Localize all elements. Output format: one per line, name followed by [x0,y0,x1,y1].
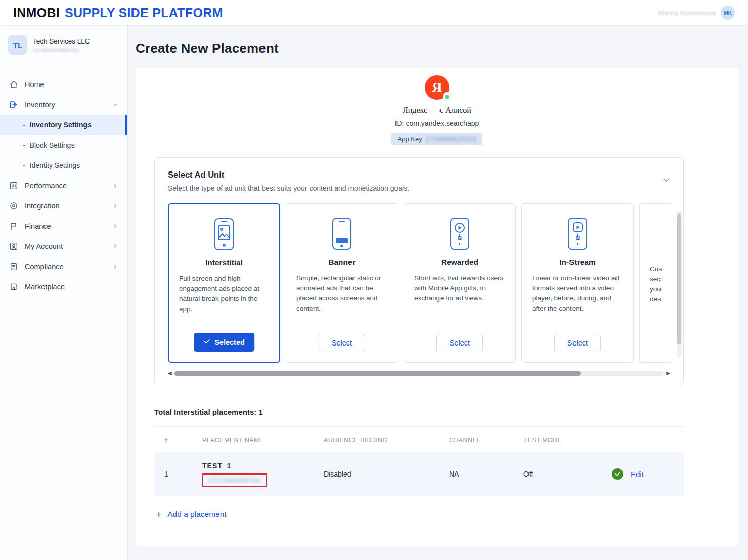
sidebar-item-inventory-settings[interactable]: Inventory Settings [0,115,127,135]
nav-label-marketplace: Marketplace [25,283,65,291]
scroll-left-icon[interactable]: ◀ [168,371,172,376]
app-bundle-id: ID: com.yandex.searchapp [136,119,738,127]
page-title: Create New Placement [136,40,738,56]
table-header-row: # PLACEMENT NAME AUDIENCE BIDDING CHANNE… [154,426,684,452]
col-header-test-mode: TEST MODE [523,437,612,444]
placement-name: TEST_1 [202,462,324,470]
ad-unit-panel-subtitle: Select the type of ad unit that best sui… [168,184,670,192]
ad-unit-icon [640,216,670,251]
user-name: Marina Kolesnicova [658,9,716,17]
chevron-right-icon [112,203,118,209]
ad-unit-card-in-stream[interactable]: In-Stream Linear or non-linear video ad … [521,203,634,363]
marketplace-icon [9,282,18,291]
chevron-right-icon [112,223,118,229]
nav-label-identity-settings: Identity Settings [30,161,80,169]
check-icon [203,338,210,347]
home-icon [9,80,18,89]
ad-unit-description: Full screen and high engagement ads plac… [169,267,279,314]
edit-link[interactable]: Edit [631,470,644,479]
user-avatar[interactable]: MK [721,6,735,20]
col-header-channel: CHANNEL [449,437,523,444]
ad-unit-name: In-Stream [522,257,633,267]
app-key-value: 1716399520223 [426,135,477,143]
compliance-icon [9,262,18,271]
chevron-right-icon [112,264,118,270]
top-header: INMOBI SUPPLY SIDE PLATFORM Marina Koles… [0,0,748,25]
app-name: Яндекс — с Алисой [136,106,738,115]
test-mode-value: Off [523,470,612,478]
ad-unit-card-banner[interactable]: Banner Simple, rectangular static or ani… [286,203,398,363]
nav-label-performance: Performance [25,182,67,190]
ad-unit-card-rewarded[interactable]: Rewarded Short ads, that rewards users w… [404,203,516,363]
scroll-right-icon[interactable]: ▶ [666,371,670,376]
main-content: Create New Placement Я Яндекс — с Алисой… [128,25,748,560]
brand-logo: INMOBI SUPPLY SIDE PLATFORM [13,6,223,20]
sidebar-item-inventory[interactable]: Inventory [0,95,127,115]
ad-unit-name: Banner [286,257,398,267]
add-placement-label: Add a placement [167,510,226,519]
banner-icon [286,216,398,251]
in-stream-icon [522,216,633,251]
ad-unit-cards-row: Interstitial Full screen and high engage… [168,203,670,363]
audience-bidding-value: Disabled [324,470,449,478]
sidebar-item-finance[interactable]: Finance [0,216,127,236]
sidebar-item-marketplace[interactable]: Marketplace [0,277,127,297]
interstitial-selected-button[interactable]: Selected [194,333,254,352]
account-id: Acc3932478894331 [33,47,90,53]
in-stream-select-button[interactable]: Select [554,334,601,352]
placement-table-row[interactable]: 1 TEST_1 1717345409704 Disabled NA Off [154,452,684,496]
placements-table: # PLACEMENT NAME AUDIENCE BIDDING CHANNE… [154,426,684,496]
sidebar-item-identity-settings[interactable]: Identity Settings [0,155,127,176]
sidebar-item-my-account[interactable]: My Account [0,236,127,256]
interstitial-icon [169,217,279,252]
brand-supply-side-platform: SUPPLY SIDE PLATFORM [65,6,223,20]
add-placement-button[interactable]: Add a placement [156,509,738,520]
horizontal-scrollbar-track[interactable] [174,371,664,376]
ad-unit-description: Linear or non-linear video ad formats se… [522,267,633,314]
vertical-scrollbar-thumb[interactable] [677,214,681,344]
horizontal-scrollbar-thumb[interactable] [174,371,581,376]
rewarded-select-button[interactable]: Select [436,334,483,352]
placement-actions: Edit [612,468,684,480]
nav-label-home: Home [25,80,45,89]
chevron-down-icon [112,102,118,108]
sidebar-item-block-settings[interactable]: Block Settings [0,135,127,155]
sidebar-nav: Home Inventory Inventory Settings Block … [0,64,127,297]
user-area: Marina Kolesnicova MK [658,6,735,20]
chevron-right-icon [112,243,118,249]
collapse-chevron-icon[interactable] [661,175,671,187]
ad-unit-description: Short ads, that rewards users with Mobil… [404,267,515,304]
ad-unit-card-partial[interactable]: Cus sec you des Select [639,203,670,363]
sidebar-item-home[interactable]: Home [0,74,127,95]
nav-label-integration: Integration [25,202,60,210]
sidebar-item-integration[interactable]: Integration [0,196,127,216]
col-header-index: # [154,437,202,444]
nav-label-finance: Finance [25,222,51,230]
rewarded-icon [404,216,515,251]
ad-unit-description: Cus sec you des [640,257,670,305]
vertical-scrollbar[interactable] [677,211,682,358]
horizontal-scrollbar: ◀ ▶ [168,371,670,376]
select-button-label: Select [450,339,470,347]
app-icon: Я [425,75,449,100]
account-switcher[interactable]: TL Tech Services LLC Acc3932478894331 [0,25,127,64]
banner-select-button[interactable]: Select [319,334,365,352]
col-header-placement-name: PLACEMENT NAME [202,437,324,444]
app-key-chip: App Key: 1716399520223 [391,133,483,145]
placement-id: 1717345409704 [208,477,260,484]
account-avatar: TL [8,35,27,55]
account-meta: Tech Services LLC Acc3932478894331 [33,37,90,53]
content-card: Я Яндекс — с Алисой ID: com.yandex.searc… [136,67,738,546]
brand-inmobi: INMOBI [13,6,60,20]
sidebar-item-performance[interactable]: Performance [0,176,127,196]
channel-value: NA [449,470,523,478]
sidebar-item-compliance[interactable]: Compliance [0,256,127,277]
plus-icon [156,509,162,520]
placement-index: 1 [154,470,202,478]
account-name: Tech Services LLC [33,37,90,45]
nav-label-block-settings: Block Settings [30,141,75,149]
placement-name-cell: TEST_1 1717345409704 [202,462,324,487]
placement-id-highlight-box: 1717345409704 [202,473,267,487]
ad-unit-card-interstitial[interactable]: Interstitial Full screen and high engage… [168,203,280,363]
finance-icon [9,222,18,231]
